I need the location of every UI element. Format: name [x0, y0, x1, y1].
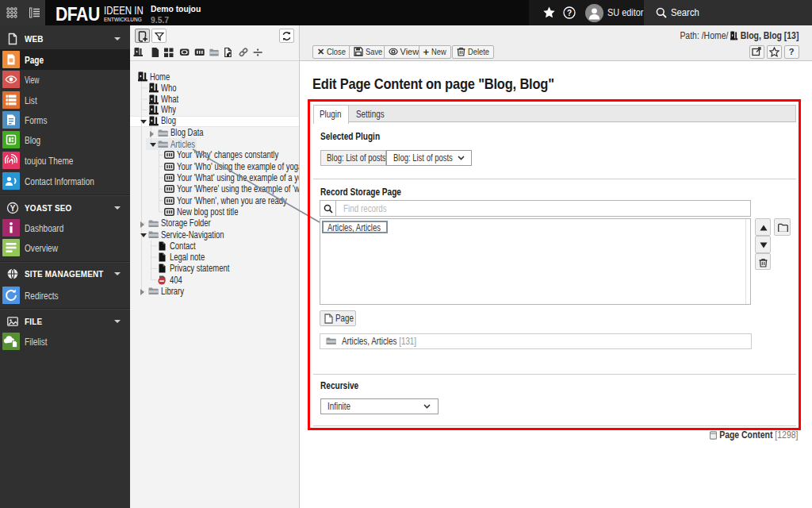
- svg-text:?: ?: [567, 9, 572, 17]
- svg-text:Y: Y: [10, 203, 15, 213]
